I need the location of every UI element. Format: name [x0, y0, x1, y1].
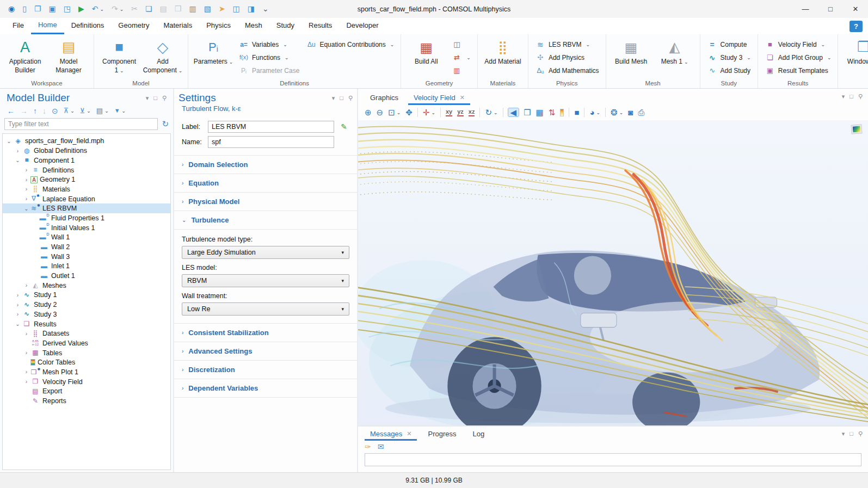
cut-button[interactable]: ✂ — [127, 0, 141, 18]
add-component-button[interactable]: ◇Add Component⌄ — [142, 36, 183, 75]
panel-pin-button[interactable]: ⚲ — [858, 93, 863, 100]
nav-back-button[interactable]: ← — [5, 108, 16, 115]
view-lock-button[interactable]: ■ — [574, 109, 579, 116]
open-file-button[interactable]: ❐ — [30, 0, 45, 18]
tree-item-derived-values[interactable]: 8.85 e-12Derived Values — [3, 338, 170, 348]
tree-item-mesh-plot-1[interactable]: ›❒✱Mesh Plot 1 — [3, 367, 170, 377]
tab-log[interactable]: Log — [467, 427, 490, 441]
panel-float-button[interactable]: □ — [340, 95, 343, 101]
help-button[interactable]: ? — [849, 21, 863, 32]
tab-mesh[interactable]: Mesh — [238, 18, 269, 34]
expander-icon[interactable]: ⌄ — [14, 321, 22, 327]
collapse-all-button[interactable]: ⊼⌄ — [62, 108, 76, 114]
save-button[interactable]: ▣ — [45, 0, 60, 18]
maximize-button[interactable]: □ — [818, 0, 843, 18]
zoom-extents-button[interactable]: ✥ — [405, 109, 413, 116]
panel-pin-button[interactable]: ⚲ — [348, 95, 353, 101]
comsol-logo-button[interactable]: ◉ — [4, 0, 19, 18]
graphics-viewport[interactable] — [358, 120, 868, 425]
study-3-button[interactable]: ∿Study 3⌄ — [705, 52, 753, 63]
expander-icon[interactable]: › — [22, 167, 30, 173]
model-manager-button[interactable]: ▤Model Manager — [48, 36, 89, 75]
plot-arrows-button[interactable]: ⇅ — [549, 109, 556, 116]
move-up-button[interactable]: ↑ — [32, 108, 39, 115]
equation-contributions-button[interactable]: ΔuEquation Contributions⌄ — [304, 39, 396, 50]
panel-float-button[interactable]: □ — [849, 430, 853, 437]
tab-physics[interactable]: Physics — [199, 18, 238, 34]
application-builder-button[interactable]: AApplication Builder — [4, 36, 46, 75]
clear-messages-button[interactable]: ✑ — [365, 443, 371, 451]
expander-icon[interactable]: › — [14, 302, 22, 308]
tree-item-reports[interactable]: ✎Reports — [3, 396, 170, 406]
tab-developer[interactable]: Developer — [339, 18, 385, 34]
color-legend-button[interactable] — [560, 109, 564, 116]
show-toggle-button[interactable]: ⊙ — [50, 108, 60, 115]
tree-item-study-1[interactable]: ›∿Study 1 — [3, 291, 170, 300]
parameters-button[interactable]: PᵢParameters⌄ — [193, 36, 234, 66]
tree-item-study-3[interactable]: ›∿Study 3 — [3, 310, 170, 319]
tree-item-global-definitions[interactable]: ›◍Global Definitions — [3, 146, 170, 156]
tab-velocity-field[interactable]: Velocity Field✕ — [408, 90, 470, 105]
geometry-insert-button[interactable]: ◫ — [449, 39, 473, 50]
panel-menu-button[interactable]: ▾ — [332, 95, 335, 101]
tree-item-results[interactable]: ⌄❏Results — [3, 319, 170, 329]
velocity-field-button[interactable]: ■Velocity Field⌄ — [762, 39, 834, 50]
tab-home[interactable]: Home — [31, 18, 64, 34]
panel-pin-button[interactable]: ⚲ — [162, 95, 167, 101]
les-rbvm-button[interactable]: ≋LES RBVM⌄ — [533, 39, 601, 50]
rotate-view-button[interactable]: ↻⌄ — [485, 109, 497, 116]
plot-refresh-button[interactable]: ❂⌄ — [611, 109, 623, 116]
paste-button[interactable]: ▤ — [156, 0, 171, 18]
view-xz-button[interactable]: xz — [469, 108, 475, 116]
les-model-select[interactable]: RBVM▾ — [182, 274, 349, 287]
build-mesh-button[interactable]: ▦Build Mesh — [611, 36, 652, 66]
add-material-button[interactable]: ⣿Add Material — [482, 36, 524, 66]
email-messages-button[interactable]: ✉ — [378, 443, 384, 451]
save-as-button[interactable]: ◳ — [60, 0, 75, 18]
expander-icon[interactable]: ⌄ — [5, 138, 13, 144]
filter-refresh-button[interactable]: ↻ — [162, 119, 169, 129]
section-consistent-stabilization[interactable]: ›Consistent Stabilization — [174, 324, 357, 342]
tree-item-component-1[interactable]: ⌄■Component 1 — [3, 156, 170, 165]
close-tab-icon[interactable]: ✕ — [460, 94, 465, 101]
tab-messages[interactable]: Messages✕ — [365, 427, 417, 441]
expand-all-button[interactable]: ⊻⌄ — [78, 108, 93, 114]
windows-button[interactable]: ❐Windows⌄ — [842, 36, 868, 66]
tree-item-laplace-equation[interactable]: ›∇✱Laplace Equation — [3, 194, 170, 204]
expander-icon[interactable]: › — [22, 369, 30, 375]
section-dependent-variables[interactable]: ›Dependent Variables — [174, 379, 357, 398]
section-equation[interactable]: ›Equation — [174, 174, 357, 193]
view-yz-button[interactable]: yz — [457, 108, 464, 116]
tree-item-datasets[interactable]: ›⣿Datasets — [3, 329, 170, 338]
duplicate-button[interactable]: ❒ — [171, 0, 186, 18]
node-filter-button[interactable]: ▼⌄ — [113, 108, 127, 114]
zoom-box-button[interactable]: ⊡⌄ — [388, 109, 401, 116]
variables-button[interactable]: a=Variables⌄ — [236, 39, 301, 50]
nav-forward-button[interactable]: → — [19, 108, 29, 115]
tree-item-les-rbvm[interactable]: ⌄≋✱LES RBVM — [3, 203, 170, 213]
undo-button[interactable]: ↶⌄ — [88, 0, 108, 18]
panel-pin-button[interactable]: ⚲ — [858, 430, 863, 437]
expander-icon[interactable]: › — [22, 350, 30, 356]
expander-icon[interactable]: › — [22, 331, 30, 337]
section-advanced-settings[interactable]: ›Advanced Settings — [174, 342, 357, 361]
tree-item-materials[interactable]: ›⣿Materials — [3, 184, 170, 194]
tree-item-fluid-properties-1[interactable]: ▬DFluid Properties 1 — [3, 213, 170, 223]
tree-item-sports-car-flow-field-mph[interactable]: ⌄◈sports_car_flow_field.mph — [3, 137, 170, 146]
zoom-in-button[interactable]: ⊕ — [365, 109, 372, 116]
geometry-delete-button[interactable]: ▥ — [449, 65, 473, 76]
show-grid-button[interactable]: ▦ — [536, 109, 544, 116]
snapshot-button[interactable]: ◙ — [628, 109, 633, 116]
tab-definitions[interactable]: Definitions — [64, 18, 112, 34]
tab-graphics[interactable]: Graphics — [365, 90, 404, 105]
panel-menu-button[interactable]: ▾ — [146, 95, 149, 101]
filter-input[interactable] — [4, 118, 158, 130]
tree-item-inlet-1[interactable]: ▬Inlet 1 — [3, 262, 170, 271]
tree-item-wall-2[interactable]: ▬Wall 2 — [3, 242, 170, 252]
run-button[interactable]: ▶ — [75, 0, 88, 18]
mesh-1-button[interactable]: ◭Mesh 1⌄ — [654, 36, 695, 66]
add-plot-group-button[interactable]: ❏Add Plot Group⌄ — [762, 52, 834, 63]
label-input[interactable] — [208, 121, 334, 133]
view-xy-button[interactable]: xy — [446, 108, 452, 116]
panel-float-button[interactable]: □ — [849, 93, 853, 100]
